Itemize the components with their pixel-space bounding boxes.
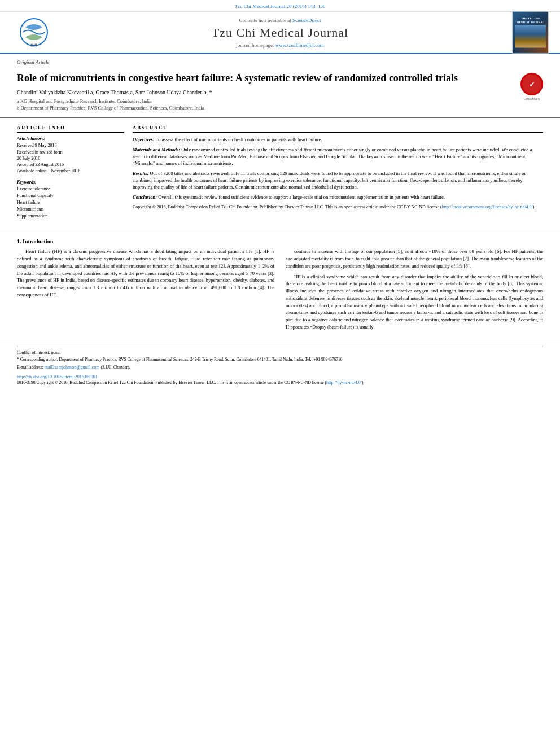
conflict-footnote: Conflict of interest: none. — [17, 350, 543, 356]
svg-text:✓: ✓ — [529, 80, 535, 89]
authors-line: Chandini Valiyakizha Kkeveetil a, Grace … — [17, 89, 543, 95]
keywords-label: Keywords: — [17, 180, 124, 185]
science-direct-link[interactable]: ScienceDirect — [292, 18, 321, 23]
abstract-conclusion: Conclusion: Overall, this systematic rev… — [133, 194, 543, 200]
footer-bottom: http://dx.doi.org/10.1016/j.tcmj.2016.08… — [17, 374, 543, 386]
keywords-block: Keywords: Exercise tolerance Functional … — [17, 180, 124, 220]
results-label: Results: — [133, 171, 148, 176]
materials-label: Materials and Methods: — [133, 147, 180, 152]
homepage-line: journal homepage: www.tzuchimedjnl.com — [212, 42, 348, 48]
conclusion-label: Conclusion: — [133, 194, 157, 200]
journal-ref-text: Tzu Chi Medical Journal 28 (2016) 143–15… — [235, 3, 326, 9]
abstract-results: Results: Out of 3288 titles and abstract… — [133, 170, 543, 191]
intro-two-col-layout: Heart failure (HF) is a chronic progress… — [17, 248, 543, 334]
doi-line: http://dx.doi.org/10.1016/j.tcmj.2016.08… — [17, 374, 543, 379]
article-history-block: Article history: Received 9 May 2016 Rec… — [17, 136, 124, 174]
science-direct-line: Contents lists available at ScienceDirec… — [212, 18, 348, 23]
article-title: Role of micronutrients in congestive hea… — [17, 72, 543, 85]
doi-link[interactable]: http://dx.doi.org/10.1016/j.tcmj.2016.08… — [17, 374, 98, 379]
intro-left-text: Heart failure (HF) is a chronic progress… — [17, 248, 274, 298]
article-info-abstract-section: ARTICLE INFO Article history: Received 9… — [0, 118, 560, 231]
journal-cover-right: THE TZU CHI MEDICAL JOURNAL — [512, 11, 549, 54]
article-type-label: Original Article — [17, 59, 50, 67]
intro-para-1: Heart failure (HF) is a chronic progress… — [17, 248, 274, 298]
page-footer: Conflict of interest: none. * Correspond… — [0, 342, 560, 390]
keywords-list: Exercise tolerance Functional Capacity H… — [17, 186, 124, 220]
corresponding-footnote: * Corresponding author. Department of Ph… — [17, 357, 543, 363]
cc-license-link[interactable]: http://creativecommons.org/licenses/by-n… — [442, 204, 533, 209]
email-suffix: (S.J.U. Chander). — [100, 365, 130, 370]
history-text: Received 9 May 2016 Received in revised … — [17, 142, 124, 174]
affiliation-b: b Department of Pharmacy Practice, RVS C… — [17, 105, 543, 111]
history-label: Article history: — [17, 136, 124, 141]
intro-para-right-1: continue to increase with the age of our… — [286, 248, 543, 269]
email-link[interactable]: mail2samjohnson@gmail.com — [45, 365, 100, 370]
article-info-header: ARTICLE INFO — [17, 125, 124, 133]
crossmark-icon: ✓ — [520, 73, 543, 95]
intro-left-col: Heart failure (HF) is a chronic progress… — [17, 248, 274, 334]
intro-right-text: continue to increase with the age of our… — [286, 248, 543, 330]
email-footnote: E-mail address: mail2samjohnson@gmail.co… — [17, 364, 543, 371]
article-info-column: ARTICLE INFO Article history: Received 9… — [17, 125, 124, 225]
tzu-chi-logo: 慈濟 — [11, 15, 56, 49]
intro-para-right-2: HF is a clinical syndrome which can resu… — [286, 273, 543, 331]
abstract-column: ABSTRACT Objectives: To assess the effec… — [133, 125, 543, 225]
journal-cover-image: THE TZU CHI MEDICAL JOURNAL — [512, 11, 549, 54]
journal-title: Tzu Chi Medical Journal — [212, 25, 348, 40]
objectives-label: Objectives: — [133, 137, 155, 142]
copyright-text: Copyright © 2016, Buddhist Compassion Re… — [133, 204, 543, 210]
email-label: E-mail address: — [17, 365, 45, 370]
top-ref-bar: Tzu Chi Medical Journal 28 (2016) 143–15… — [0, 0, 560, 12]
abstract-objectives: Objectives: To assess the effect of micr… — [133, 136, 543, 143]
footer-copyright-text: 1016-3190/Copyright © 2016, Buddhist Com… — [17, 379, 543, 386]
journal-logo-left: 慈濟 — [11, 15, 56, 49]
abstract-text: Objectives: To assess the effect of micr… — [133, 136, 543, 210]
intro-right-col: continue to increase with the age of our… — [286, 248, 543, 334]
page-wrapper: Tzu Chi Medical Journal 28 (2016) 143–15… — [0, 0, 560, 390]
homepage-link[interactable]: www.tzuchimedjnl.com — [275, 42, 324, 48]
intro-section-title: 1. Introduction — [17, 238, 543, 244]
svg-text:慈濟: 慈濟 — [30, 43, 37, 47]
title-crossmark-row: ✓ CrossMark Role of micronutrients in co… — [17, 72, 543, 85]
affiliation-a: a KG Hospital and Postgraduate Research … — [17, 98, 543, 104]
abstract-materials: Materials and Methods: Only randomized c… — [133, 146, 543, 167]
introduction-section: 1. Introduction Heart failure (HF) is a … — [0, 231, 560, 338]
abstract-header: ABSTRACT — [133, 125, 543, 133]
footer-cc-link[interactable]: http://tjy-nc-nd/4.0/ — [326, 380, 362, 385]
article-header-section: Original Article ✓ CrossMark Role of mic… — [0, 54, 560, 118]
journal-header: 慈濟 Contents lists available at ScienceDi… — [0, 12, 560, 54]
crossmark-badge[interactable]: ✓ CrossMark — [520, 73, 543, 101]
journal-header-center: Contents lists available at ScienceDirec… — [212, 18, 348, 48]
footnotes-block: Conflict of interest: none. * Correspond… — [17, 347, 543, 371]
